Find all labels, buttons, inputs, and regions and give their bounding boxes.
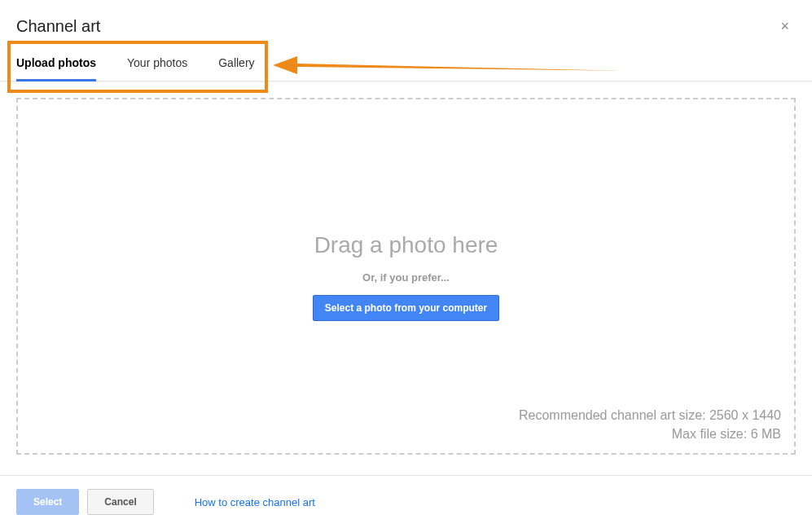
max-filesize-text: Max file size: 6 MB <box>519 425 781 443</box>
close-button[interactable]: × <box>774 15 796 38</box>
select-photo-button[interactable]: Select a photo from your computer <box>313 295 499 321</box>
or-divider-text: Or, if you prefer... <box>362 271 450 284</box>
tab-your-photos[interactable]: Your photos <box>127 45 202 81</box>
dialog-footer: Select Cancel How to create channel art <box>0 475 812 528</box>
drag-instruction-text: Drag a photo here <box>314 232 498 258</box>
upload-dropzone[interactable]: Drag a photo here Or, if you prefer... S… <box>16 98 796 455</box>
dropzone-info: Recommended channel art size: 2560 x 144… <box>519 407 781 443</box>
dialog-header: Channel art × <box>0 0 812 45</box>
help-link[interactable]: How to create channel art <box>195 496 315 508</box>
dialog-title: Channel art <box>16 17 100 36</box>
tabs-bar: Upload photos Your photos Gallery <box>0 45 812 81</box>
tab-upload-photos[interactable]: Upload photos <box>16 45 111 81</box>
tab-gallery[interactable]: Gallery <box>218 45 269 81</box>
cancel-button[interactable]: Cancel <box>87 489 153 515</box>
recommended-size-text: Recommended channel art size: 2560 x 144… <box>519 407 781 425</box>
tabs-container: Upload photos Your photos Gallery <box>0 45 812 81</box>
select-button[interactable]: Select <box>16 489 79 515</box>
content-area: Drag a photo here Or, if you prefer... S… <box>0 81 812 471</box>
